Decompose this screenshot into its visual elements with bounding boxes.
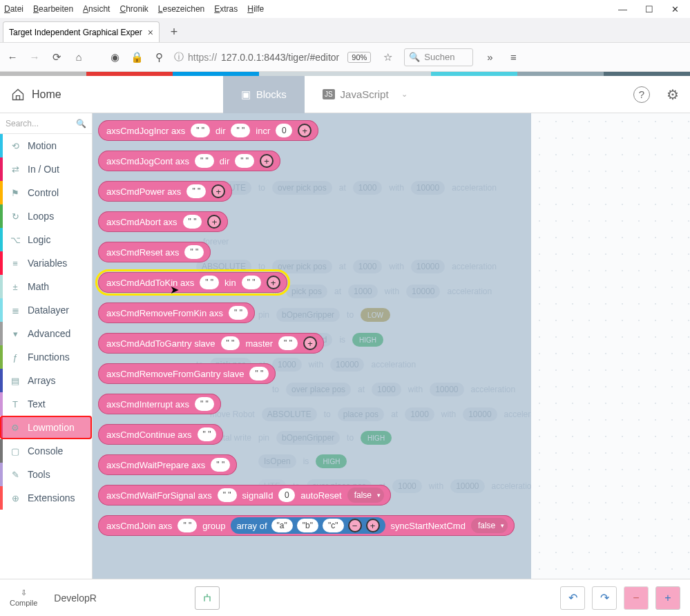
block-arg[interactable]: " " (211, 458, 230, 472)
tab-close-icon[interactable]: × (148, 27, 153, 38)
canvas-dots[interactable] (531, 113, 690, 579)
block-dropdown[interactable]: false (471, 518, 508, 533)
reload-icon[interactable]: ⟳ (50, 51, 64, 64)
undo-button[interactable]: ↶ (560, 586, 585, 610)
block-arg[interactable]: " " (221, 336, 240, 350)
block-interrupt[interactable]: axsCmdInterrupt axs " " (98, 394, 221, 414)
sidebar-item-console[interactable]: ▢Console (0, 439, 92, 463)
block-arg[interactable]: 0 (276, 124, 292, 137)
zoom-in-button[interactable]: + (655, 586, 680, 610)
sidebar-item-func[interactable]: ƒFunctions (0, 345, 92, 369)
block-arg[interactable]: 0 (278, 488, 295, 502)
bookmark-icon[interactable]: ☆ (381, 51, 394, 64)
block-arg[interactable]: "c" (323, 519, 344, 532)
block-arg[interactable]: " " (200, 276, 219, 289)
block-power[interactable]: axsCmdPower axs " " + (98, 181, 232, 202)
minus-icon[interactable]: − (348, 519, 362, 532)
browser-tab[interactable]: Target Independent Graphical Exper × (3, 21, 160, 42)
zoom-indicator[interactable]: 90% (347, 52, 371, 63)
block-jog-cont[interactable]: axsCmdJogCont axs " " dir " " + (98, 151, 280, 171)
block-remove-from-gantry[interactable]: axsCmdRemoveFromGantry slave " " (98, 363, 276, 384)
home-button[interactable]: Home (11, 88, 61, 102)
array-group[interactable]: array of "a" "b" "c" − + (231, 517, 385, 534)
block-arg[interactable]: " " (186, 184, 206, 198)
chevron-down-icon[interactable]: ⌄ (401, 90, 408, 99)
block-wait-prepare[interactable]: axsCmdWaitPrepare axs " " (98, 454, 237, 475)
sidebar-item-datalayer[interactable]: ≣Datalayer (0, 298, 92, 322)
sidebar-item-control[interactable]: ⚑Control (0, 181, 92, 204)
sidebar-item-text[interactable]: TText (0, 392, 92, 416)
block-arg[interactable]: " " (195, 154, 214, 168)
menu-lesezeichen[interactable]: Lesezeichen (158, 4, 204, 14)
plus-icon[interactable]: + (260, 154, 274, 168)
zoom-out-button[interactable]: − (624, 586, 649, 610)
new-tab-button[interactable]: + (164, 21, 184, 42)
tree-button[interactable] (195, 586, 220, 610)
block-continue[interactable]: axsCmdContinue axs " " (98, 424, 223, 445)
plus-icon[interactable]: + (267, 276, 280, 289)
window-minimize-icon[interactable]: — (618, 4, 627, 15)
sidebar-item-lowm[interactable]: ⚙Lowmotion (0, 416, 92, 439)
sidebar-item-motion[interactable]: ⟲Motion (0, 134, 92, 157)
block-arg[interactable]: " " (235, 154, 254, 168)
plus-icon[interactable]: + (211, 184, 225, 198)
block-dropdown[interactable]: false (347, 488, 384, 503)
block-arg[interactable]: " " (249, 367, 269, 381)
block-arg[interactable]: " " (184, 245, 204, 259)
block-remove-from-kin[interactable]: axsCmdRemoveFromKin axs " " (98, 302, 255, 323)
block-arg[interactable]: " " (191, 124, 210, 137)
block-jog-incr[interactable]: axsCmdJogIncr axs " " dir " " incr 0 + (98, 120, 318, 141)
block-add-to-kin[interactable]: axsCmdAddToKin axs " " kin " " + ➤ (98, 272, 287, 293)
lock-icon[interactable]: 🔒 (130, 51, 144, 64)
plus-icon[interactable]: + (207, 215, 221, 229)
block-arg[interactable]: " " (278, 336, 298, 350)
menu-chronik[interactable]: Chronik (119, 4, 148, 14)
plus-icon[interactable]: + (298, 124, 312, 137)
sidebar-item-arrays[interactable]: ▤Arrays (0, 369, 92, 392)
sidebar-item-adv[interactable]: ▾Advanced (0, 322, 92, 345)
block-arg[interactable]: " " (183, 215, 202, 229)
palette-search[interactable]: Search... 🔍 (0, 113, 92, 134)
sidebar-item-vars[interactable]: ≡Variables (0, 251, 92, 275)
hamburger-icon[interactable]: ≡ (506, 51, 520, 63)
address-bar[interactable]: ⓘ https://127.0.0.1:8443/tiger/#editor (174, 51, 339, 64)
window-close-icon[interactable]: ✕ (671, 4, 679, 15)
sidebar-item-inout[interactable]: ⇄In / Out (0, 157, 92, 181)
block-arg[interactable]: " " (231, 124, 250, 137)
block-abort[interactable]: axsCmdAbort axs " " + (98, 211, 228, 232)
shield-icon[interactable]: ◉ (108, 51, 122, 64)
block-arg[interactable]: " " (218, 488, 237, 502)
sidebar-item-tools[interactable]: ✎Tools (0, 463, 92, 486)
menu-extras[interactable]: Extras (214, 4, 238, 14)
block-add-to-gantry[interactable]: axsCmdAddToGantry slave " " master " " + (98, 333, 324, 354)
compile-button[interactable]: ⇩ Compile (10, 588, 37, 607)
search-field[interactable]: 🔍 Suchen (404, 48, 473, 66)
sidebar-item-logic[interactable]: ⌥Logic (0, 228, 92, 251)
sidebar-item-math[interactable]: ±Math (0, 275, 92, 298)
menu-hilfe[interactable]: Hilfe (247, 4, 264, 14)
block-join[interactable]: axsCmdJoin axs " " group array of "a" "b… (98, 515, 515, 536)
plus-icon[interactable]: + (366, 519, 380, 532)
block-wait-for-signal[interactable]: axsCmdWaitForSignal axs " " signalId 0 a… (98, 485, 391, 506)
block-arg[interactable]: " " (242, 276, 261, 289)
block-arg[interactable]: "b" (297, 519, 318, 532)
overflow-icon[interactable]: » (483, 51, 497, 63)
help-icon[interactable]: ? (633, 86, 650, 103)
menu-datei[interactable]: Datei (4, 4, 23, 14)
menu-bearbeiten[interactable]: Bearbeiten (33, 4, 73, 14)
block-reset[interactable]: axsCmdReset axs " " (98, 242, 211, 262)
home-icon[interactable]: ⌂ (72, 51, 86, 63)
redo-button[interactable]: ↷ (592, 586, 617, 610)
block-arg[interactable]: "a" (271, 519, 293, 532)
permissions-icon[interactable]: ⚲ (152, 51, 166, 64)
plus-icon[interactable]: + (303, 336, 317, 350)
settings-icon[interactable]: ⚙ (667, 86, 679, 103)
window-maximize-icon[interactable]: ☐ (645, 4, 653, 15)
project-name[interactable]: DevelopR (47, 586, 185, 610)
tab-javascript[interactable]: JS JavaScript ⌄ (305, 76, 425, 113)
back-icon[interactable]: ← (6, 51, 19, 63)
sidebar-item-ext[interactable]: ⊕Extensions (0, 486, 92, 510)
block-arg[interactable]: " " (195, 397, 214, 411)
workspace[interactable]: HIGH ABSOLUTEtoover pick pos at1000with1… (93, 113, 690, 579)
block-arg[interactable]: " " (198, 427, 217, 441)
